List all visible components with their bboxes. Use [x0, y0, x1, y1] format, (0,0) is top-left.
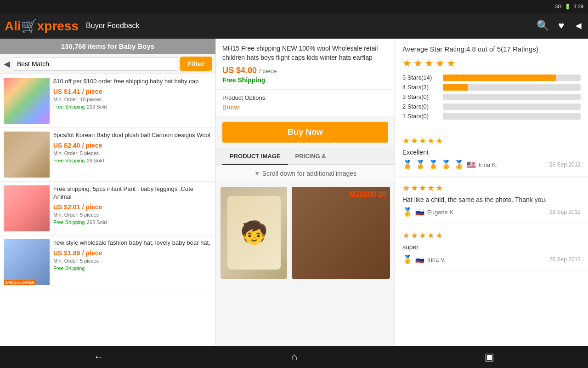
product-price-row: US $1.89 / piece	[53, 249, 212, 257]
sold-count: 29 Sold	[87, 158, 104, 163]
list-item[interactable]: $10 off per $100 order free shipping bab…	[0, 74, 215, 128]
time-display: 3:39	[574, 4, 583, 9]
back-button[interactable]: ←	[75, 347, 122, 367]
section-title: Buyer Feedback	[86, 22, 140, 30]
scroll-hint: Scroll down for additional images	[216, 165, 395, 182]
product-title: 5pcs/lot Korean Baby dual plush ball Car…	[53, 132, 212, 139]
recents-button[interactable]: ▣	[466, 347, 513, 367]
product-price: US $1.89	[53, 249, 80, 257]
review-item: ★ ★ ★ ★ ★ super 🥇 🇷🇺 Irina V. 26 Sep 201…	[395, 224, 588, 271]
free-shipping-label: Free Shipping	[53, 104, 85, 109]
product-tabs: PRODUCT IMAGE PRICING &	[216, 148, 395, 165]
free-shipping-label: Free Shipping	[53, 219, 85, 225]
product-price-row: US $2.40 / piece	[53, 141, 212, 150]
price-row: US $4.00 / piece	[222, 66, 388, 75]
color-option-link[interactable]: Brown	[222, 104, 241, 111]
review-text-2: Hat like a child, the same as the photo.…	[402, 196, 581, 203]
min-order: Min. Order: 5 pieces	[53, 258, 212, 264]
review-item: ★ ★ ★ ★ ★ Hat like a child, the same as …	[395, 177, 588, 224]
free-shipping-label: Free Shipping	[53, 158, 85, 163]
bar-label-1: 1 Stars(0)	[402, 113, 439, 120]
bar-bg-3	[443, 94, 581, 100]
price-currency: US $4.00	[222, 66, 257, 75]
favorite-icon[interactable]: ♥	[558, 20, 564, 32]
product-thumbnail	[4, 132, 50, 178]
share-icon[interactable]: ◄	[573, 20, 583, 32]
product-title: new style wholesale fashion baby hat, lo…	[53, 239, 212, 247]
reviewer-name-2: Eugene K.	[427, 209, 455, 216]
sold-count: 203 Sold	[87, 104, 107, 109]
reviewer-flag-1: 🇺🇸	[467, 161, 476, 169]
list-item[interactable]: 5pcs/lot Korean Baby dual plush ball Car…	[0, 128, 215, 182]
product-detail-title: MH15 Free shipping NEW 100% wool Wholesa…	[222, 44, 388, 62]
reviewer-badge-1: 🏅	[402, 160, 413, 170]
product-thumbnail	[4, 185, 50, 231]
logo-area: Ali🛒xpress Buyer Feedback	[5, 18, 140, 34]
product-unit: / piece	[82, 203, 102, 211]
min-order: Min. Order: 5 pieces	[53, 150, 212, 156]
aliexpress-logo: Ali🛒xpress	[5, 18, 79, 34]
product-price: US $2.40	[53, 142, 80, 149]
sort-input[interactable]	[13, 57, 177, 71]
tab-pricing[interactable]: PRICING &	[288, 148, 334, 165]
star-5: ★	[447, 58, 456, 69]
reviewer-badge-5: 🏅	[454, 160, 464, 170]
shipping-sold-row: Free Shipping	[53, 264, 212, 272]
bar-bg-1	[443, 113, 581, 120]
reviewer-badge-4: 🏅	[441, 160, 451, 170]
product-detail-panel: MH15 Free shipping NEW 100% wool Wholesa…	[216, 39, 395, 346]
home-button[interactable]: ⌂	[273, 347, 316, 367]
review-text-1: Excellent	[402, 149, 581, 156]
reviewer-flag-2: 🇷🇺	[415, 208, 424, 217]
product-images-area: 🧒 MZ0200 2#	[216, 182, 395, 283]
shipping-sold-row: Free Shipping 203 Sold	[53, 102, 212, 110]
overall-stars: ★ ★ ★ ★ ★	[402, 58, 581, 69]
filter-button[interactable]: Filter	[180, 57, 212, 71]
back-arrow-icon[interactable]: ◀	[4, 59, 10, 69]
product-image-1: 🧒	[220, 187, 287, 279]
product-title: Free shipping, 5pcs infant Pant , baby l…	[53, 185, 212, 201]
review-text-3: super	[402, 243, 581, 251]
main-container: 130,768 items for Baby Boys ◀ Filter $10…	[0, 39, 588, 346]
star-1: ★	[402, 58, 412, 69]
reviewer-info-3: 🥇 🇷🇺 Irina V.	[402, 254, 446, 264]
average-rating-title: Average Star Rating:4.8 out of 5(17 Rati…	[402, 45, 581, 53]
reviewer-flag-3: 🇷🇺	[415, 255, 424, 264]
search-icon[interactable]: 🔍	[537, 20, 549, 32]
network-indicator: 3G	[555, 4, 562, 9]
star-2: ★	[413, 58, 423, 69]
product-info: $10 off per $100 order free shipping bab…	[53, 78, 212, 124]
reviewer-badge-eu: 🥇	[402, 207, 413, 217]
rating-bar-2: 2 Stars(0)	[402, 103, 581, 110]
review-item: ★ ★ ★ ★ ★ Excellent 🏅 🏅 🏅 🏅 🏅 🇺🇸 Irina K…	[395, 129, 588, 177]
product-info: Free shipping, 5pcs infant Pant , baby l…	[53, 185, 212, 231]
review-meta-1: 🏅 🏅 🏅 🏅 🏅 🇺🇸 Irina K. 26 Sep 2012	[402, 160, 581, 170]
min-order: Min. Order: 5 pieces	[53, 212, 212, 218]
star-4: ★	[435, 58, 445, 69]
reviewer-badge-2: 🏅	[415, 160, 425, 170]
review-date-1: 26 Sep 2012	[549, 161, 581, 168]
buy-now-button[interactable]: Buy Now	[222, 122, 388, 143]
bar-label-5: 5 Stars(14)	[402, 74, 439, 81]
product-info: 5pcs/lot Korean Baby dual plush ball Car…	[53, 132, 212, 178]
product-options-section: Product Options: Brown	[216, 90, 395, 116]
bar-bg-2	[443, 104, 581, 110]
product-price-row: US $1.41 / piece	[53, 87, 212, 96]
bottom-nav: ← ⌂ ▣	[0, 346, 588, 368]
free-shipping-detail: Free Shipping	[222, 76, 388, 84]
special-offer-badge: SPECIAL OFFER	[4, 280, 36, 285]
product-price-row: US $2.01 / piece	[53, 203, 212, 211]
review-stars-2: ★ ★ ★ ★ ★	[402, 183, 581, 193]
sidebar-header: 130,768 items for Baby Boys	[0, 39, 215, 54]
price-per-unit: / piece	[259, 68, 277, 75]
product-unit: / piece	[82, 88, 102, 95]
rating-summary: Average Star Rating:4.8 out of 5(17 Rati…	[395, 39, 588, 129]
reviewer-info-1: 🏅 🏅 🏅 🏅 🏅 🇺🇸 Irina K.	[402, 160, 498, 170]
list-item[interactable]: SPECIAL OFFER new style wholesale fashio…	[0, 236, 215, 289]
list-item[interactable]: Free shipping, 5pcs infant Pant , baby l…	[0, 182, 215, 236]
status-bar: 3G 🔋 3:39	[0, 0, 588, 13]
rating-bar-5: 5 Stars(14)	[402, 74, 581, 81]
image-label: MZ0200 2#	[349, 190, 386, 199]
tab-product-image[interactable]: PRODUCT IMAGE	[222, 148, 288, 165]
product-header: MH15 Free shipping NEW 100% wool Wholesa…	[216, 39, 395, 90]
